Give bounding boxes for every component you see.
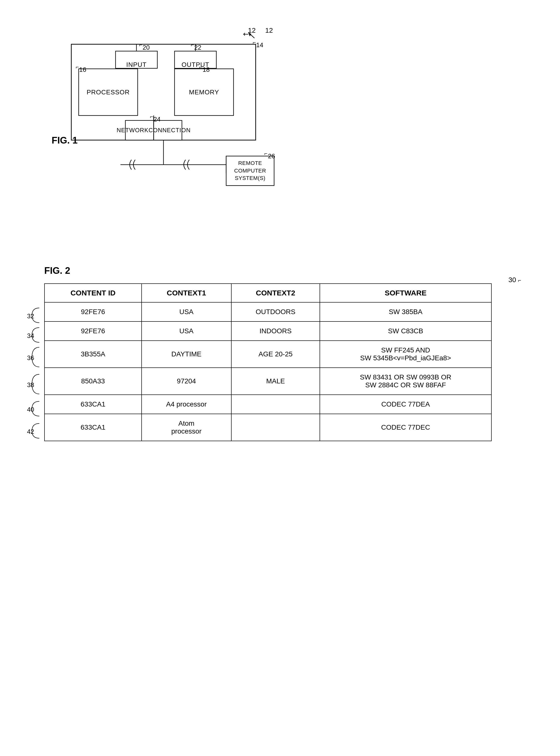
fig2-table-wrapper: 30 ⌐ 32 34 36 38 — [44, 283, 511, 441]
cell-context2: AGE 20-25 — [231, 341, 320, 368]
table-row: 92FE76 USA INDOORS SW C83CB — [44, 322, 492, 341]
ref-20-bracket: ⌐ — [139, 42, 142, 48]
remote-label: REMOTE COMPUTER SYSTEM(S) — [226, 156, 274, 186]
table-row: 3B355A DAYTIME AGE 20-25 SW FF245 AND SW… — [44, 341, 492, 368]
ref-30: 30 ⌐ — [508, 276, 521, 284]
cell-content-id: 92FE76 — [44, 322, 142, 341]
cell-context1: DAYTIME — [142, 341, 231, 368]
cell-software: CODEC 77DEA — [320, 395, 492, 414]
table-header-row: CONTENT ID CONTEXT1 CONTEXT2 SOFTWARE — [44, 284, 492, 302]
cell-context1: USA — [142, 322, 231, 341]
cell-context1: Atom processor — [142, 414, 231, 441]
cell-context1: USA — [142, 302, 231, 322]
ref-22-label: 22 — [194, 44, 201, 52]
cell-content-id: 633CA1 — [44, 414, 142, 441]
ref-38: 38 — [27, 372, 42, 398]
col-header-content-id: CONTENT ID — [44, 284, 142, 302]
table-row: 92FE76 USA OUTDOORS SW 385BA — [44, 302, 492, 322]
cell-content-id: 3B355A — [44, 341, 142, 368]
cell-context2: MALE — [231, 368, 320, 395]
cell-context2: OUTDOORS — [231, 302, 320, 322]
cell-content-id: 92FE76 — [44, 302, 142, 322]
cell-content-id: 850A33 — [44, 368, 142, 395]
ref-32: 32 — [27, 306, 42, 327]
memory-label: MEMORY — [175, 69, 234, 116]
fig2-table: CONTENT ID CONTEXT1 CONTEXT2 SOFTWARE 92… — [44, 283, 492, 441]
ref-20-label: 20 — [143, 44, 150, 52]
col-header-context2: CONTEXT2 — [231, 284, 320, 302]
fig1-diagram: 12 — [44, 15, 265, 206]
cell-context2 — [231, 414, 320, 441]
col-header-context1: CONTEXT1 — [142, 284, 231, 302]
ref-14-label: 14 — [256, 41, 263, 49]
cell-software: SW 83431 OR SW 0993B OR SW 2884C OR SW 8… — [320, 368, 492, 395]
ref-34: 34 — [27, 325, 42, 347]
table-row: 633CA1 Atom processor CODEC 77DEC — [44, 414, 492, 441]
cell-context1: A4 processor — [142, 395, 231, 414]
ref-40: 40 — [27, 399, 42, 420]
fig2-label: FIG. 2 — [44, 265, 511, 276]
ref-16-bracket: ⌐ — [76, 64, 79, 70]
cell-content-id: 633CA1 — [44, 395, 142, 414]
table-row: 850A33 97204 MALE SW 83431 OR SW 0993B O… — [44, 368, 492, 395]
col-header-software: SOFTWARE — [320, 284, 492, 302]
ref-36: 36 — [27, 345, 42, 371]
cell-context1: 97204 — [142, 368, 231, 395]
cell-software: SW C83CB — [320, 322, 492, 341]
cell-software: SW 385BA — [320, 302, 492, 322]
network-label: NETWORKCONNECTION — [125, 120, 182, 140]
fig2-diagram: FIG. 2 30 ⌐ 32 34 36 — [44, 265, 511, 441]
ref-42: 42 — [27, 421, 42, 443]
ref-12: 12 — [265, 26, 273, 35]
ref-22-bracket: ⌐ — [191, 42, 194, 48]
cell-context2: INDOORS — [231, 322, 320, 341]
fig1-label: FIG. 1 — [52, 135, 78, 146]
ref-14-bracket: ⌐ — [253, 39, 256, 46]
cell-software: CODEC 77DEC — [320, 414, 492, 441]
ref-24-bracket: ⌐ — [150, 114, 153, 120]
cell-context2 — [231, 395, 320, 414]
table-row: 633CA1 A4 processor CODEC 77DEA — [44, 395, 492, 414]
cell-software: SW FF245 AND SW 5345B<v=Pbd_iaGJEa8> — [320, 341, 492, 368]
processor-label: PROCESSOR — [79, 69, 138, 116]
